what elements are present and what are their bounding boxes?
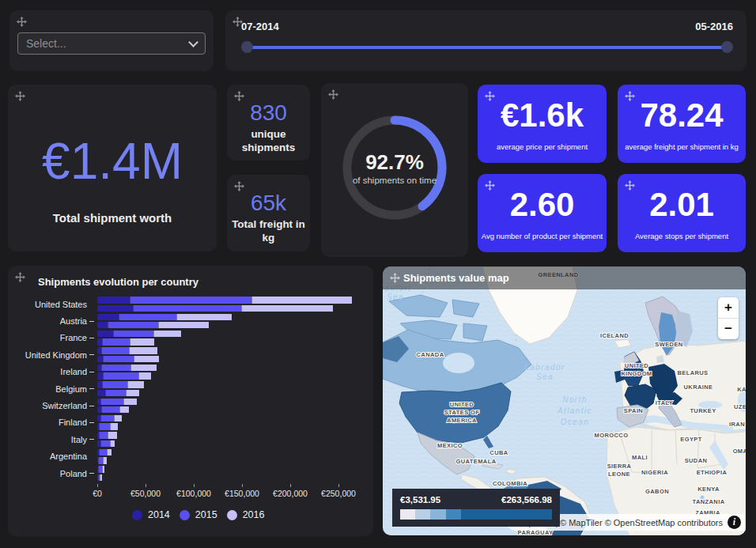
stacked-bar[interactable] [97,356,364,362]
kpi-label: Avg number of product per shipment [478,232,607,240]
move-handle-icon[interactable] [625,180,635,191]
stacked-bar[interactable] [97,423,364,429]
kpi-total-freight-card: 65k Total freight in kg [227,175,310,251]
map-country-label: GABON [645,488,669,495]
x-axis-tick [290,484,291,487]
bar-row: France [17,330,364,346]
bar-segment-2016 [158,322,209,328]
map-country-label: GUATEMALA [456,458,497,465]
axis-tick-mark [89,372,94,372]
x-axis-label: €200,000 [273,489,308,498]
map-country-label: CUBA [490,449,508,456]
bar-segment-2014 [97,314,119,320]
kpi-total-worth-card: €1.4M Total shipment worth [8,85,217,251]
kpi-value: 78.24 [618,96,746,134]
stacked-bar[interactable] [97,457,364,463]
zoom-in-button[interactable]: + [718,297,739,318]
kpi-value: 2.01 [618,186,746,224]
bar-row: Ireland [17,364,364,380]
stacked-bar[interactable] [97,440,364,447]
zoom-out-button[interactable]: − [718,318,739,339]
bar-row: Austria [17,312,364,329]
map-country-label: OMA [733,448,746,455]
move-handle-icon[interactable] [625,91,635,101]
move-handle-icon[interactable] [485,91,495,101]
stacked-bar[interactable] [97,297,364,303]
bar-segment-2015 [108,322,157,328]
date-range-slider[interactable] [244,41,731,54]
move-handle-icon[interactable] [234,91,244,101]
stacked-bar[interactable] [97,399,364,405]
ocean-label: Ocean [561,418,589,426]
slider-handle-end[interactable] [721,41,733,53]
ocean-label: Labrador [524,363,565,372]
stacked-bar[interactable] [97,338,364,345]
stacked-bar[interactable] [97,432,364,438]
date-range-card: 07-2014 05-2016 [225,10,747,71]
legend-item[interactable]: 2016 [227,509,265,520]
move-handle-icon[interactable] [390,273,400,283]
move-handle-icon[interactable] [328,89,338,100]
bar-segment-2016 [108,432,117,438]
stacked-bar[interactable] [97,390,364,396]
move-handle-icon[interactable] [15,272,25,282]
country-label: Finland [17,418,87,427]
stacked-bar[interactable] [97,331,364,337]
map-country-label: SUDAN [685,457,708,464]
map-header: Shipments value map [383,266,746,289]
stacked-bar[interactable] [97,347,364,353]
country-select[interactable]: Select... [17,32,206,55]
map-country-label: ICELAND [600,332,629,339]
bar-segment-2016 [130,365,157,371]
stacked-bar[interactable] [97,474,364,481]
bar-segment-2014 [97,390,105,396]
scale-step [446,509,461,520]
move-handle-icon[interactable] [15,91,25,101]
move-handle-icon[interactable] [485,180,495,191]
kpi-value: €1.6k [478,96,607,134]
map-card: BeaufortSeaLabradorSeaNorthAtlanticOcean… [383,266,746,535]
stacked-bar[interactable] [97,305,364,312]
move-handle-icon[interactable] [232,17,243,27]
country-label: Belgium [17,384,87,394]
legend-item[interactable]: 2014 [132,509,170,520]
legend-item[interactable]: 2015 [180,509,217,520]
bar-row: Switzerland [17,397,364,414]
move-handle-icon[interactable] [17,17,27,27]
stacked-bar[interactable] [97,466,364,472]
kpi-label: Total freight in kg [227,218,310,245]
stacked-bar[interactable] [97,314,364,320]
stacked-bar[interactable] [97,415,364,421]
map-country-label: KINGDOM [621,370,652,377]
bar-segment-2014 [97,305,133,312]
stacked-bar[interactable] [97,406,364,413]
bar-chart-x-axis: €0€50,000€100,000€150,000€200,000€250,00… [97,484,364,500]
move-handle-icon[interactable] [234,181,244,191]
map-color-scale: €3,531.95 €263,566.98 [392,489,560,527]
stacked-bar[interactable] [97,449,364,455]
stacked-bar[interactable] [97,372,364,379]
stacked-bar[interactable] [97,365,364,371]
info-icon[interactable]: i [728,516,741,529]
map-country-label: LEONE [608,471,630,478]
kpi-label: Total shipment worth [53,211,172,225]
map-country-label: BELARUS [677,369,708,376]
map-country-label: ITALY [656,399,673,406]
map-country-label: CANADA [417,351,444,358]
legend-label: 2016 [243,509,265,520]
axis-tick-mark [89,473,94,474]
bar-segment-2016 [241,305,334,312]
slider-handle-start[interactable] [241,41,253,53]
map-country-label: EGYPT [680,436,701,443]
stacked-bar[interactable] [97,322,364,328]
bar-segment-2016 [119,406,129,413]
select-placeholder: Select... [26,37,66,50]
axis-tick-mark [89,388,94,389]
slider-track[interactable] [244,46,731,49]
x-axis-tick [97,484,98,487]
axis-tick-mark [89,354,94,355]
stacked-bar[interactable] [97,381,364,387]
bar-chart-legend: 201420152016 [132,509,364,520]
bar-segment-2016 [176,314,232,320]
map-country-label: MOROCCO [595,432,629,439]
